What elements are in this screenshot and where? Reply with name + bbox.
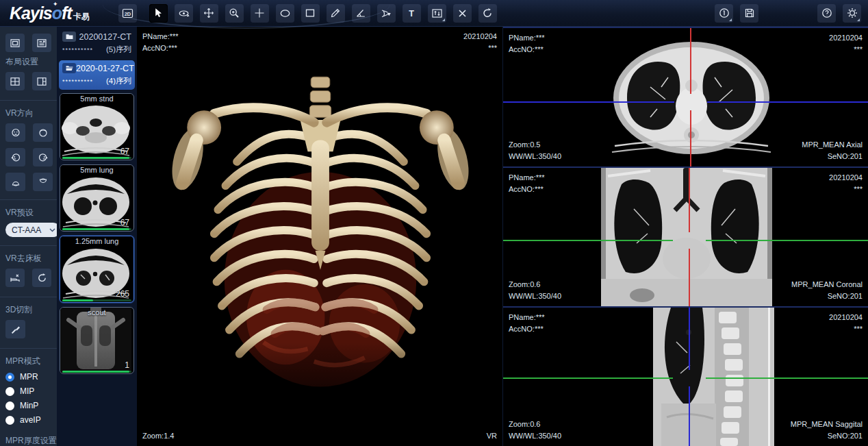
radio-icon xyxy=(5,401,14,410)
app-settings-group xyxy=(817,4,861,23)
vr-head-inferior-button[interactable] xyxy=(33,173,53,191)
vr-head-right-button[interactable] xyxy=(33,148,53,166)
series-count: (5)序列 xyxy=(106,45,131,55)
brand-name: Kayisoft xyxy=(10,3,72,23)
brand-name-cn: 卡易 xyxy=(73,11,90,23)
svg-text:T: T xyxy=(409,9,414,18)
mpr-series-overlay: MPR_MEAN SaggitalSeNO:201 xyxy=(791,419,863,442)
mpr-study-overlay: 20210204*** xyxy=(829,312,863,335)
mpr-patient-overlay: PName:***AccNO:*** xyxy=(509,312,545,335)
patient-name-masked: ********** xyxy=(62,78,93,85)
svg-text:2D: 2D xyxy=(124,10,131,16)
mpr-series-overlay: MPR_MEAN CoronalSeNO:201 xyxy=(791,279,863,302)
mpr-zoom-overlay: Zoom:0.5WW/WL:350/40 xyxy=(509,139,561,162)
save-button[interactable] xyxy=(740,4,758,23)
image-count: 67 xyxy=(120,218,129,227)
vr-head-superior-button[interactable] xyxy=(5,173,25,191)
axial-ct-image xyxy=(611,39,772,157)
image-count: 1 xyxy=(125,360,129,370)
angle-tool-button[interactable] xyxy=(352,4,370,23)
radio-checked-icon xyxy=(5,373,14,382)
vr-ribcage-render xyxy=(156,43,485,427)
mpr-thickness-label: MPR厚度设置 xyxy=(5,435,51,446)
reset-view-button[interactable] xyxy=(478,4,497,23)
series-thumbnail-5mm-stnd[interactable]: 5mm stnd 67 xyxy=(60,93,134,160)
vr-mode-overlay: VR xyxy=(487,430,497,442)
cut-3d-label: 3D切割 xyxy=(5,304,51,316)
ct-viewer-app: ✦ Kayisoft 卡易 2D xyxy=(0,0,868,446)
mpr-mode-label: MPR模式 xyxy=(5,356,51,367)
vr-head-left-button[interactable] xyxy=(5,148,25,166)
vr-remove-bed-label: VR去床板 xyxy=(5,253,51,264)
patient-name-masked: ********** xyxy=(62,47,93,53)
tools-toolbar: 2D xyxy=(118,4,497,23)
left-control-sidebar: 布局设置 VR方向 xyxy=(0,27,57,446)
mpr-mode-option-aveip[interactable]: aveIP xyxy=(5,415,51,425)
study-item-2020-01-27[interactable]: 2020-01-27-CT ********** (4)序列 xyxy=(59,60,135,90)
reset-bed-button[interactable] xyxy=(32,269,51,287)
radio-icon xyxy=(5,416,14,425)
measure-tool-button[interactable] xyxy=(327,4,345,23)
mpr-mode-option-minp[interactable]: MinP xyxy=(5,401,51,410)
layout-1-plus-2-button[interactable] xyxy=(32,72,51,90)
scalpel-cut-button[interactable] xyxy=(5,320,25,338)
mpr-study-overlay: 20210204*** xyxy=(829,172,863,195)
folder-open-icon xyxy=(62,63,76,73)
vr-direction-label: VR方向 xyxy=(5,108,51,119)
load-progress-bar xyxy=(62,371,131,373)
delete-annotation-button[interactable] xyxy=(453,4,472,23)
pointer-tool-button[interactable] xyxy=(149,4,168,23)
vr-3d-viewport[interactable]: PName:***AccNO:*** 20210204*** Zoom:1.4 … xyxy=(137,27,502,446)
app-logo: ✦ Kayisoft 卡易 xyxy=(10,3,90,23)
mpr-zoom-overlay: Zoom:0.6WW/WL:350/40 xyxy=(509,279,561,302)
text-annotation-tool-button[interactable]: T xyxy=(403,4,421,23)
vr-zoom-overlay: Zoom:1.4 xyxy=(142,430,174,442)
zoom-in-tool-button[interactable] xyxy=(225,4,244,23)
vr-preset-select[interactable]: CT-AAA xyxy=(5,223,57,237)
study-item-20200127[interactable]: 20200127-CT ********** (5)序列 xyxy=(59,29,135,58)
rotate-3d-tool-button[interactable] xyxy=(175,4,193,23)
mpr-column: PName:***AccNO:*** 20210204*** Zoom:0.5W… xyxy=(502,27,868,446)
rect-roi-tool-button[interactable] xyxy=(301,4,320,23)
mpr-mode-option-mpr[interactable]: MPR xyxy=(5,372,51,382)
report-actions-group xyxy=(715,4,758,23)
series-thumbnail-1-25mm-lung[interactable]: 1.25mm lung 265 xyxy=(60,236,134,303)
layout-single-view-button[interactable] xyxy=(5,34,25,52)
2d-view-button[interactable]: 2D xyxy=(118,4,137,23)
series-thumbnail-scout[interactable]: scout 1 xyxy=(60,307,134,374)
vr-head-posterior-button[interactable] xyxy=(33,123,53,142)
mpr-mode-option-mip[interactable]: MIP xyxy=(5,386,51,396)
logo-star-icon: ✦ xyxy=(53,1,58,8)
settings-button[interactable] xyxy=(843,4,861,23)
remove-bed-button[interactable] xyxy=(5,269,25,287)
mpr-coronal-viewport[interactable]: PName:***AccNO:*** 20210204*** Zoom:0.6W… xyxy=(503,166,868,307)
cobb-angle-tool-button[interactable] xyxy=(377,4,396,23)
window-level-tool-button[interactable] xyxy=(428,4,446,23)
mpr-patient-overlay: PName:***AccNO:*** xyxy=(509,32,545,55)
sagittal-ct-image xyxy=(653,308,774,446)
folder-closed-icon xyxy=(62,32,76,42)
ellipse-roi-tool-button[interactable] xyxy=(276,4,294,23)
info-button[interactable] xyxy=(715,4,733,23)
vr-head-anterior-button[interactable] xyxy=(5,123,25,142)
chevron-down-icon xyxy=(49,228,55,232)
pan-tool-button[interactable] xyxy=(200,4,218,23)
load-progress-bar xyxy=(62,228,131,230)
layout-report-view-button[interactable] xyxy=(32,34,51,52)
mpr-axial-viewport[interactable]: PName:***AccNO:*** 20210204*** Zoom:0.5W… xyxy=(503,27,868,166)
series-browser-strip: 20200127-CT ********** (5)序列 2020-01-27-… xyxy=(57,27,137,446)
layout-section-label: 布局设置 xyxy=(5,56,51,68)
mpr-sagittal-viewport[interactable]: PName:***AccNO:*** 20210204*** Zoom:0.6W… xyxy=(503,306,868,446)
help-button[interactable] xyxy=(817,4,836,23)
image-count: 265 xyxy=(116,289,129,299)
top-toolbar: ✦ Kayisoft 卡易 2D xyxy=(0,0,868,27)
vr-preset-label: VR预设 xyxy=(5,207,51,219)
layout-grid-2x2-button[interactable] xyxy=(5,72,25,90)
series-thumbnail-5mm-lung[interactable]: 5mm lung 67 xyxy=(60,164,134,232)
mpr-study-overlay: 20210204*** xyxy=(829,32,863,55)
load-progress-bar xyxy=(62,157,131,159)
mpr-series-overlay: MPR_MEAN AxialSeNO:201 xyxy=(802,139,863,162)
crosshair-tool-button[interactable] xyxy=(251,4,269,23)
mpr-zoom-overlay: Zoom:0.6WW/WL:350/40 xyxy=(509,419,561,442)
load-progress-bar xyxy=(62,299,131,301)
